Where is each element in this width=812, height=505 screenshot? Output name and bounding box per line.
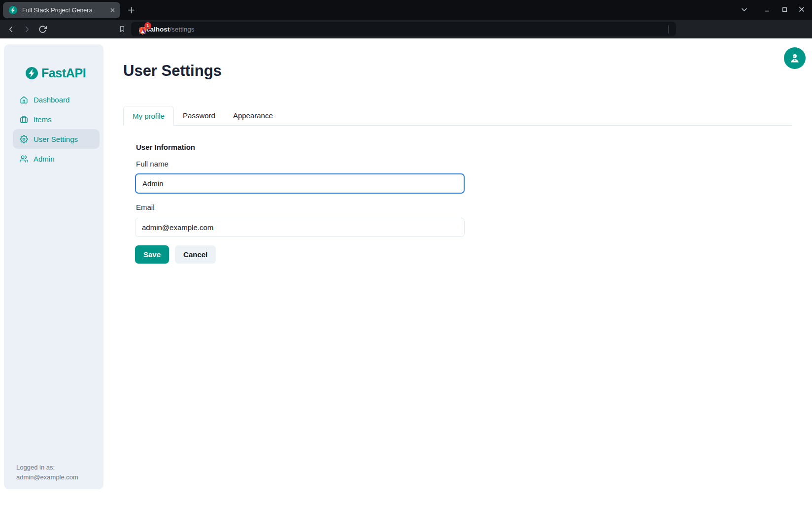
logged-in-as-label: Logged in as: bbox=[16, 463, 78, 472]
browser-toolbar: localhost/settings 1 bbox=[0, 20, 812, 38]
brave-rewards-button[interactable]: 1 bbox=[136, 24, 149, 37]
rewards-badge: 1 bbox=[144, 22, 151, 29]
user-avatar-icon bbox=[788, 52, 801, 65]
close-window-button[interactable] bbox=[795, 3, 808, 16]
new-tab-button[interactable] bbox=[124, 3, 138, 17]
browser-tab[interactable]: Full Stack Project Genera bbox=[3, 2, 120, 18]
app-page: FastAPI Dashboard Items User Settings bbox=[0, 38, 812, 505]
tab-password[interactable]: Password bbox=[174, 106, 224, 125]
back-button[interactable] bbox=[4, 22, 18, 36]
email-label: Email bbox=[136, 203, 155, 211]
sidebar-item-label: Admin bbox=[34, 155, 55, 163]
plus-icon bbox=[127, 6, 135, 14]
reload-button[interactable] bbox=[35, 22, 49, 36]
sidebar-item-items[interactable]: Items bbox=[4, 109, 103, 129]
close-icon bbox=[798, 6, 805, 13]
save-button[interactable]: Save bbox=[135, 245, 169, 264]
forward-button[interactable] bbox=[20, 22, 34, 36]
sidebar-item-label: Items bbox=[34, 115, 52, 124]
settings-tabs: My profile Password Appearance bbox=[123, 106, 792, 126]
sidebar-item-label: Dashboard bbox=[34, 96, 69, 104]
section-title: User Information bbox=[136, 143, 195, 151]
bookmark-button[interactable] bbox=[115, 22, 129, 36]
minimize-button[interactable] bbox=[761, 3, 774, 16]
logged-in-as-email: admin@example.com bbox=[16, 472, 78, 482]
url-bar[interactable]: localhost/settings 1 bbox=[131, 22, 676, 36]
sidebar-item-admin[interactable]: Admin bbox=[4, 149, 103, 168]
url-path: /settings bbox=[169, 26, 194, 33]
tab-my-profile[interactable]: My profile bbox=[123, 106, 174, 126]
user-avatar-button[interactable] bbox=[784, 47, 806, 69]
sidebar-item-user-settings[interactable]: User Settings bbox=[13, 129, 100, 149]
users-icon bbox=[20, 155, 28, 163]
fastapi-logo-text: FastAPI bbox=[41, 66, 86, 80]
chevron-right-icon bbox=[23, 25, 31, 34]
tab-appearance[interactable]: Appearance bbox=[224, 106, 282, 125]
sidebar-nav: Dashboard Items User Settings Admin bbox=[4, 90, 103, 168]
form-buttons: Save Cancel bbox=[135, 245, 216, 264]
sidebar-item-dashboard[interactable]: Dashboard bbox=[4, 90, 103, 109]
email-input[interactable] bbox=[135, 218, 465, 237]
briefcase-icon bbox=[20, 115, 28, 124]
fastapi-favicon-icon bbox=[9, 6, 17, 14]
toolbar-divider bbox=[668, 25, 669, 34]
chevron-down-icon bbox=[741, 6, 748, 13]
browser-titlebar: Full Stack Project Genera bbox=[0, 0, 812, 20]
sidebar: FastAPI Dashboard Items User Settings bbox=[4, 44, 103, 489]
bookmark-icon bbox=[118, 25, 126, 33]
home-icon bbox=[20, 96, 28, 104]
tab-title: Full Stack Project Genera bbox=[22, 7, 107, 14]
cancel-button[interactable]: Cancel bbox=[175, 245, 216, 264]
full-name-input[interactable] bbox=[135, 173, 465, 194]
tab-close-icon[interactable] bbox=[107, 5, 117, 15]
maximize-button[interactable] bbox=[778, 3, 791, 16]
minimize-icon bbox=[764, 6, 771, 13]
page-title: User Settings bbox=[123, 62, 222, 80]
sidebar-item-label: User Settings bbox=[34, 135, 78, 143]
full-name-label: Full name bbox=[136, 160, 169, 168]
logged-in-as: Logged in as: admin@example.com bbox=[16, 463, 78, 482]
gear-icon bbox=[20, 135, 28, 143]
tab-search-button[interactable] bbox=[738, 3, 750, 16]
fastapi-logo: FastAPI bbox=[26, 66, 86, 80]
maximize-icon bbox=[781, 6, 788, 13]
fastapi-bolt-icon bbox=[26, 67, 38, 79]
chevron-left-icon bbox=[7, 25, 15, 34]
menu-button[interactable] bbox=[809, 25, 812, 38]
reload-icon bbox=[38, 25, 47, 34]
